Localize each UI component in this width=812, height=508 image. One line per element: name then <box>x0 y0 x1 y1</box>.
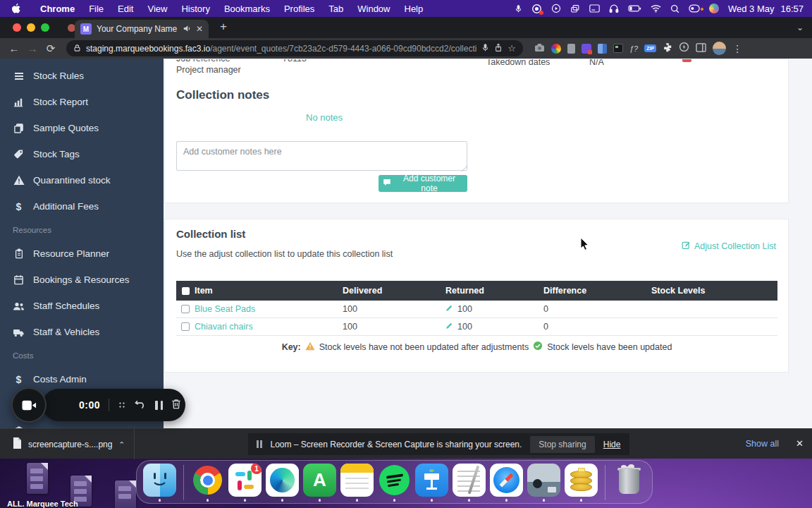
menu-bar-clock[interactable]: Wed 3 May16:57 <box>728 4 804 14</box>
dock-slack-icon[interactable]: 1 <box>228 464 262 502</box>
item-link[interactable]: Blue Seat Pads <box>195 304 343 314</box>
side-panel-icon[interactable] <box>696 42 706 55</box>
edit-pencil-icon[interactable] <box>445 322 453 332</box>
row-checkbox[interactable] <box>181 322 190 331</box>
dock-keynote-icon[interactable] <box>415 464 448 502</box>
select-all-checkbox[interactable] <box>182 287 190 295</box>
back-button[interactable]: ← <box>7 42 21 54</box>
trash-icon[interactable] <box>171 399 181 412</box>
loom-camera-button[interactable] <box>11 387 47 423</box>
tab-close-icon[interactable]: ✕ <box>196 24 203 34</box>
apple-logo-icon[interactable] <box>11 4 20 14</box>
terminal-extension-icon[interactable] <box>613 44 623 53</box>
dock-finder-icon[interactable] <box>143 464 176 502</box>
restart-icon[interactable] <box>135 399 147 412</box>
sidebar-item-staff-vehicles[interactable]: Staff & Vehicles <box>0 319 164 345</box>
profile-status-icon[interactable] <box>709 4 719 13</box>
pause-icon[interactable] <box>155 401 163 410</box>
dock-green-a-app-icon[interactable]: A <box>303 464 336 502</box>
lock-icon[interactable] <box>73 42 81 55</box>
card-status-icon[interactable] <box>589 4 600 13</box>
windows-status-icon[interactable] <box>570 4 580 13</box>
sidebar-item-staff-schedules[interactable]: Staff Schedules <box>0 293 164 319</box>
hide-link[interactable]: Hide <box>603 440 621 449</box>
camera-extension-icon[interactable] <box>534 42 545 55</box>
fast-user-switch-icon[interactable] <box>689 4 700 13</box>
browser-menu-icon[interactable]: ⋮ <box>732 43 742 54</box>
menu-file[interactable]: File <box>82 4 111 14</box>
dock-notes-icon[interactable] <box>340 464 374 502</box>
headphones-status-icon[interactable] <box>609 4 619 13</box>
sidebar-item-resource-planner[interactable]: Resource Planner <box>0 241 164 267</box>
stop-sharing-button[interactable]: Stop sharing <box>530 436 594 453</box>
close-window-button[interactable] <box>13 23 21 32</box>
sidebar-item-additional-fees[interactable]: $ Additional Fees <box>0 193 164 219</box>
menu-view[interactable]: View <box>140 4 174 14</box>
menu-bookmarks[interactable]: Bookmarks <box>217 4 277 14</box>
menu-history[interactable]: History <box>174 4 216 14</box>
item-link[interactable]: Chiavari chairs <box>195 322 343 332</box>
voice-search-icon[interactable] <box>481 42 489 55</box>
download-item[interactable]: screencapture-s....png ⌄ <box>0 429 135 459</box>
wifi-status-icon[interactable] <box>651 4 661 13</box>
minimize-window-button[interactable] <box>27 23 35 32</box>
sidebar-item-stock-rules[interactable]: Stock Rules <box>0 63 164 89</box>
tab-audio-icon[interactable] <box>183 23 191 35</box>
dock-safari-icon[interactable] <box>490 464 523 502</box>
row-checkbox[interactable] <box>181 305 190 313</box>
menu-tab[interactable]: Tab <box>321 4 350 14</box>
tab-search-chevron-icon[interactable]: ⌄ <box>796 23 804 32</box>
share-icon[interactable] <box>494 42 503 55</box>
textarea-resize-handle[interactable] <box>462 166 467 171</box>
phone-extension-icon[interactable] <box>567 44 575 54</box>
microphone-status-icon[interactable] <box>515 4 522 14</box>
battery-status-icon[interactable] <box>628 5 641 12</box>
reload-button[interactable]: ⟳ <box>44 42 58 55</box>
menu-help[interactable]: Help <box>398 4 431 14</box>
clipped-red-button[interactable] <box>682 59 691 62</box>
browser-profile-avatar[interactable] <box>713 42 726 55</box>
dock-chrome-icon[interactable] <box>191 464 224 502</box>
notebook-extension-icon[interactable] <box>598 44 607 54</box>
dock-edge-icon[interactable] <box>266 464 299 502</box>
new-tab-button[interactable]: + <box>220 20 227 34</box>
zip-extension-icon[interactable]: ZIP <box>644 44 656 52</box>
sidebar-item-quarantined-stock[interactable]: Quarantined stock <box>0 167 164 193</box>
menu-profiles[interactable]: Profiles <box>277 4 321 14</box>
sidebar-item-stock-report[interactable]: Stock Report <box>0 89 164 115</box>
loom-status-icon[interactable] <box>531 4 542 14</box>
desktop-file[interactable] <box>27 463 48 494</box>
extensions-puzzle-icon[interactable] <box>663 42 672 55</box>
play-status-icon[interactable] <box>551 4 561 13</box>
browser-tab[interactable]: M Your Company Name ✕ <box>75 20 209 38</box>
spotlight-search-icon[interactable] <box>670 4 679 13</box>
sidebar-item-stock-tags[interactable]: Stock Tags <box>0 141 164 167</box>
menu-edit[interactable]: Edit <box>111 4 140 14</box>
close-shelf-icon[interactable]: ✕ <box>796 438 804 449</box>
color-wheel-extension-icon[interactable] <box>551 44 561 54</box>
sidebar-item-bookings-resources[interactable]: Bookings & Resources <box>0 267 164 293</box>
add-customer-note-button[interactable]: Add customer note <box>379 175 467 192</box>
dock-spotify-icon[interactable] <box>378 464 411 502</box>
sidebar-item-sample-quotes[interactable]: Sample Quotes <box>0 115 164 141</box>
dock-image-file-icon[interactable] <box>527 464 560 502</box>
edit-pencil-icon[interactable] <box>445 304 453 314</box>
boost-extension-icon[interactable] <box>679 42 689 55</box>
desktop-file[interactable] <box>115 480 136 508</box>
download-expand-chevron-icon[interactable]: ⌄ <box>118 440 125 449</box>
zoom-window-button[interactable] <box>41 23 49 32</box>
customer-note-input[interactable] <box>176 141 467 171</box>
address-bar[interactable]: staging.marqueebookings.fac3.io/agent/ev… <box>66 40 523 56</box>
drag-handle-icon[interactable] <box>118 401 126 409</box>
function-extension-icon[interactable]: ƒ? <box>629 44 638 53</box>
menu-window[interactable]: Window <box>350 4 397 14</box>
show-all-downloads-link[interactable]: Show all <box>746 439 779 449</box>
purple-extension-icon[interactable] <box>582 44 591 54</box>
bookmark-star-icon[interactable]: ☆ <box>508 43 516 54</box>
dock-trash-icon[interactable] <box>613 464 646 502</box>
dock-sequel-pro-icon[interactable] <box>565 464 598 502</box>
forward-button[interactable]: → <box>25 42 39 54</box>
adjust-collection-list-link[interactable]: Adjust Collection List <box>682 241 776 252</box>
menu-chrome[interactable]: Chrome <box>33 4 82 14</box>
dock-textedit-icon[interactable] <box>453 464 486 502</box>
